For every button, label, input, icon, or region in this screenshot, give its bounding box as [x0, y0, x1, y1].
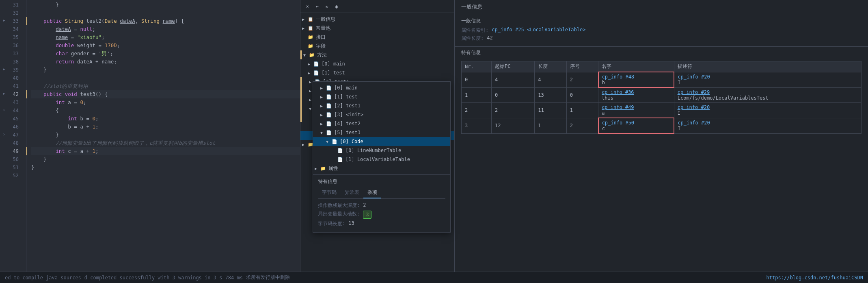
- info-header: 一般信息: [455, 0, 868, 14]
- th-start-pc: 起始PC: [492, 61, 535, 72]
- popup-tree-code[interactable]: ▼ 📄 [0] Code: [313, 137, 450, 146]
- ln-52: 52: [8, 172, 22, 180]
- popup-tree-test2[interactable]: ▶ 📄 [4] test2: [313, 119, 450, 128]
- ln-38: 38: [8, 58, 22, 66]
- popup-tree-init[interactable]: ▶ 📄 [3] <init>: [313, 110, 450, 119]
- td-name-1: cp_info #36 this: [598, 87, 674, 103]
- td-desc-cp-3[interactable]: cp_info #20: [678, 120, 858, 126]
- td-len-0: 4: [535, 72, 566, 87]
- ln-31: 31: [8, 1, 22, 9]
- td-name-3: cp_info #50 c: [598, 118, 674, 133]
- ln-42: 42: [8, 90, 22, 98]
- tree-arrow: ▶: [315, 166, 320, 171]
- code-area: ▶ ▶ ▶ ▷ ▷: [0, 0, 300, 272]
- td-seq-0: 2: [566, 72, 598, 87]
- popup-tab-misc[interactable]: 杂项: [363, 187, 381, 198]
- ln-47: 47: [8, 131, 22, 139]
- general-info-title: 一般信息: [461, 17, 862, 24]
- td-nr-3: 3: [462, 118, 492, 133]
- td-seq-3: 2: [566, 118, 598, 133]
- tree-item-general-info[interactable]: ▶ 📋 一般信息: [300, 15, 454, 24]
- tree-arrow: ▼: [303, 53, 309, 57]
- status-link[interactable]: https://blog.csdn.net/fushuaiCSDN: [767, 275, 863, 281]
- file-icon: 📄: [326, 103, 333, 109]
- gutter-33[interactable]: ▶: [0, 16, 8, 24]
- gutter-42[interactable]: ▶: [0, 89, 8, 98]
- th-name: 名字: [598, 61, 674, 72]
- td-desc-cp-1[interactable]: cp_info #29: [678, 89, 858, 95]
- gutter-icons: ▶ ▶ ▶ ▷ ▷: [0, 0, 8, 272]
- popup-tree-test[interactable]: ▶ 📄 [1] test: [313, 92, 450, 101]
- file-icon: 📄: [326, 94, 333, 100]
- attr-name-value[interactable]: cp_info #25 <LocalVariableTable>: [492, 27, 585, 34]
- tree-item-constant-pool[interactable]: ▶ 📋 常量池: [300, 24, 454, 33]
- special-info-title: 特有信息: [455, 47, 868, 58]
- popup-row-bytecode-len: 字节码长度: 13: [318, 220, 445, 227]
- popup-val-stack-depth: 2: [363, 202, 366, 209]
- gutter-44[interactable]: ▷: [0, 106, 8, 114]
- td-desc-cp-2[interactable]: cp_info #20: [678, 104, 858, 110]
- td-name-cp-1[interactable]: cp_info #36: [602, 89, 671, 95]
- popup-tree-label-main: [0] main: [334, 85, 358, 91]
- td-desc-val-2: I: [678, 110, 858, 116]
- tree-arrow: ▶: [302, 142, 308, 147]
- popup-tree-test3[interactable]: ▼ 📄 [5] test3: [313, 128, 450, 137]
- ln-45: 45: [8, 115, 22, 123]
- popup-key-max-locals: 局部变量最大槽数:: [318, 211, 360, 219]
- popup-tab-bytecode[interactable]: 字节码: [318, 187, 341, 198]
- tree-item-main[interactable]: ▶ 📄 [0] main: [300, 59, 454, 68]
- ln-39: 39: [8, 66, 22, 74]
- folder-icon: 📋: [308, 26, 314, 31]
- popup-tab-exception[interactable]: 异常表: [341, 187, 363, 198]
- ln-32: 32: [8, 9, 22, 17]
- file-icon: 📄: [313, 61, 320, 67]
- target-button[interactable]: ◉: [333, 3, 340, 10]
- tree-item-fields[interactable]: 📁 字段: [300, 41, 454, 50]
- line-numbers: 31 32 33 34 35 36 37 38 39 40 41 42 43 4…: [8, 0, 26, 272]
- td-name-cp-2[interactable]: cp_info #49: [602, 104, 671, 110]
- file-icon: 📄: [337, 157, 344, 162]
- td-name-0: cp_info #48 b: [598, 72, 674, 87]
- tree-label-interface: 接口: [316, 34, 326, 41]
- tree-item-interface[interactable]: 📁 接口: [300, 33, 454, 41]
- td-nr-1: 1: [462, 87, 492, 103]
- back-button[interactable]: ←: [313, 3, 321, 10]
- ln-34: 34: [8, 25, 22, 33]
- td-desc-cp-0[interactable]: cp_info #20: [678, 74, 858, 80]
- td-seq-2: 1: [566, 103, 598, 118]
- popup-tree-lvt[interactable]: 📄 [1] LocalVariableTable: [313, 155, 450, 164]
- popup-key-stack-depth: 操作数栈最大深度:: [318, 202, 360, 209]
- code-line-42: public void test3() {: [31, 90, 300, 98]
- tree-item-test[interactable]: ▶ 📄 [1] test: [300, 68, 454, 77]
- td-name-cp-0[interactable]: cp_info #48: [602, 74, 671, 80]
- file-icon: 📄: [313, 70, 320, 76]
- gutter-47[interactable]: ▷: [0, 130, 8, 138]
- gutter-32: [0, 8, 8, 16]
- th-len: 长度: [535, 61, 566, 72]
- ln-33: 33: [8, 17, 22, 25]
- file-icon: 📄: [337, 148, 344, 153]
- popup-tree-test1[interactable]: ▶ 📄 [2] test1: [313, 101, 450, 110]
- gutter-49: [0, 146, 8, 155]
- th-seq: 序号: [566, 61, 598, 72]
- code-line-35: name = "xiaofu";: [31, 33, 300, 41]
- tree-item-methods[interactable]: ▼ 📁 方法: [300, 50, 454, 59]
- tree-arrow: ▶: [320, 104, 326, 108]
- popup-row-max-locals: 局部变量最大槽数: 3: [318, 211, 445, 219]
- status-msg-3: 求所有发行版中删除: [246, 274, 290, 281]
- popup-tree-attrs[interactable]: ▶ 📁 属性: [313, 164, 450, 173]
- popup-tree-main[interactable]: ▶ 📄 [0] main: [313, 83, 450, 92]
- ln-44: 44: [8, 107, 22, 115]
- close-button[interactable]: ×: [304, 3, 311, 10]
- td-start-3: 12: [492, 118, 535, 133]
- gutter-39[interactable]: ▶: [0, 65, 8, 73]
- popup-tree-label-test1: [2] test1: [334, 103, 361, 109]
- td-nr-0: 0: [462, 72, 492, 87]
- td-desc-2: cp_info #20 I: [674, 103, 861, 118]
- popup-tree-lnt[interactable]: 📄 [0] LineNumberTable: [313, 146, 450, 155]
- code-line-36: double weight = 170D;: [31, 41, 300, 50]
- general-info-section: 一般信息 属性名索引: cp_info #25 <LocalVariableTa…: [455, 14, 868, 47]
- td-name-cp-3[interactable]: cp_info #50: [602, 120, 671, 126]
- refresh-button[interactable]: ↻: [323, 3, 330, 10]
- gutter-40: [0, 73, 8, 81]
